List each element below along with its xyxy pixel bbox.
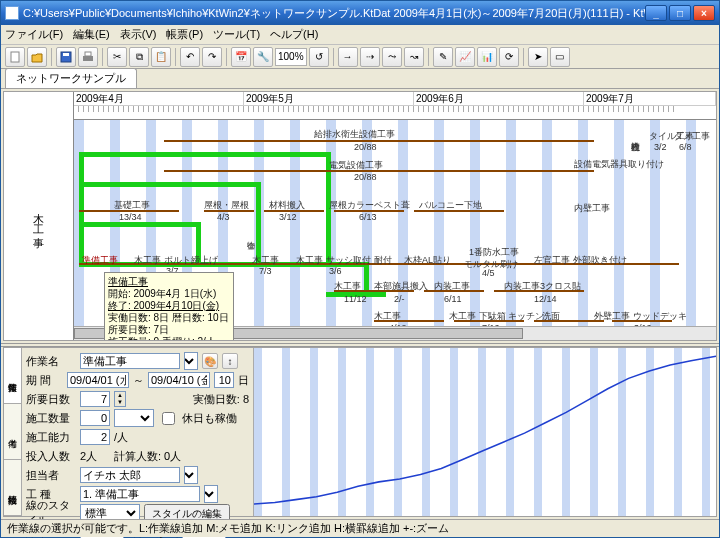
required-input[interactable] (80, 391, 110, 407)
svg-rect-0 (11, 52, 19, 62)
quantity-label: 施工数量 (26, 411, 76, 426)
zoom-reset-button[interactable]: ↺ (309, 47, 329, 67)
assignee-dropdown[interactable] (184, 466, 198, 484)
properties-panel: 作業名 🎨 ↕ 期 間 ～ 日 所要日数 ▲▼ (22, 348, 254, 516)
required-label: 所要日数 (26, 392, 76, 407)
minimize-button[interactable]: _ (645, 5, 667, 21)
open-button[interactable] (27, 47, 47, 67)
menu-file[interactable]: ファイル(F) (5, 27, 63, 42)
expand-icon[interactable]: ↕ (222, 353, 238, 369)
period-from-input[interactable] (67, 372, 129, 388)
menu-tool[interactable]: ツール(T) (213, 27, 260, 42)
calc-count-label: 計算人数: 0人 (114, 449, 181, 464)
cut-button[interactable]: ✂ (107, 47, 127, 67)
network-chart[interactable]: 木 工 事 2009年4月 2009年5月 2009年6月 2009年7月 (3, 91, 717, 341)
statusbar: 作業線の選択が可能です。L:作業線追加 M:メモ追加 K:リンク追加 H:横罫線… (1, 519, 719, 537)
actual-days-label: 実働日数: 8 (193, 392, 249, 407)
tab-connection[interactable]: 接続情報 (4, 460, 21, 516)
holiday-checkbox[interactable] (162, 412, 175, 425)
assignee-input[interactable] (80, 467, 180, 483)
row-header: 木 工 事 (4, 92, 74, 340)
period-to-input[interactable] (148, 372, 210, 388)
holiday-label: 休日も稼働 (182, 411, 237, 426)
input-count-label: 投入人数 (26, 449, 76, 464)
tab-memo[interactable]: 備考 (4, 404, 21, 460)
period-label: 期 間 (26, 373, 63, 388)
name-input[interactable] (80, 353, 180, 369)
worktype-input[interactable] (80, 486, 200, 502)
quantity-input[interactable] (80, 410, 110, 426)
save-button[interactable] (56, 47, 76, 67)
menubar: ファイル(F) 編集(E) 表示(V) 帳票(P) ツール(T) ヘルプ(H) (1, 25, 719, 45)
arrow1-button[interactable]: → (338, 47, 358, 67)
menu-book[interactable]: 帳票(P) (166, 27, 203, 42)
chart-grid: 給排水衛生設備工事 20/88 電気設備工事 20/88 基礎工事 13/34 … (74, 120, 716, 340)
menu-view[interactable]: 表示(V) (120, 27, 157, 42)
copy-button[interactable]: ⧉ (129, 47, 149, 67)
tool-button[interactable]: 🔧 (253, 47, 273, 67)
quantity-unit-dropdown[interactable] (114, 409, 154, 427)
required-spinner[interactable]: ▲▼ (114, 391, 126, 407)
zoom-field[interactable]: 100% (275, 48, 307, 66)
progress-chart[interactable] (254, 348, 716, 516)
paste-button[interactable]: 📋 (151, 47, 171, 67)
chart2-icon[interactable]: 📊 (477, 47, 497, 67)
worktype-dropdown[interactable] (204, 485, 218, 503)
toolbar: ✂ ⧉ 📋 ↶ ↷ 📅 🔧 100% ↺ → ⇢ ⤳ ↝ ✎ 📈 📊 ⟳ ➤ ▭ (1, 45, 719, 69)
svg-rect-2 (63, 53, 69, 56)
chart-icon[interactable]: 📈 (455, 47, 475, 67)
menu-edit[interactable]: 編集(E) (73, 27, 110, 42)
calendar-button[interactable]: 📅 (231, 47, 251, 67)
print-button[interactable] (78, 47, 98, 67)
name-dropdown[interactable] (184, 352, 198, 370)
svg-rect-3 (83, 56, 93, 61)
window-title: C:¥Users¥Public¥Documents¥Ichiho¥KtWin2¥… (23, 6, 645, 21)
maximize-button[interactable]: □ (669, 5, 691, 21)
titlebar: C:¥Users¥Public¥Documents¥Ichiho¥KtWin2¥… (1, 1, 719, 25)
new-button[interactable] (5, 47, 25, 67)
pointer-button[interactable]: ➤ (528, 47, 548, 67)
period-days-input[interactable] (214, 372, 234, 388)
refresh-button[interactable]: ⟳ (499, 47, 519, 67)
timeline-header: 2009年4月 2009年5月 2009年6月 2009年7月 (74, 92, 716, 120)
arrow3-button[interactable]: ⤳ (382, 47, 402, 67)
assignee-label: 担当者 (26, 468, 76, 483)
property-tabs: 作業情報 備考 接続情報 (4, 348, 22, 516)
svg-rect-4 (85, 52, 91, 56)
tabbar: ネットワークサンプル (1, 69, 719, 89)
tab-task-info[interactable]: 作業情報 (4, 348, 21, 404)
arrow2-button[interactable]: ⇢ (360, 47, 380, 67)
color-icon[interactable]: 🎨 (202, 353, 218, 369)
arrow4-button[interactable]: ↝ (404, 47, 424, 67)
task-tooltip: 準備工事 開始: 2009年4月 1日(水) 終了: 2009年4月10日(金)… (104, 272, 234, 341)
pencil-button[interactable]: ✎ (433, 47, 453, 67)
redo-button[interactable]: ↷ (202, 47, 222, 67)
efficiency-input[interactable] (80, 429, 110, 445)
efficiency-label: 施工能力 (26, 430, 76, 445)
name-label: 作業名 (26, 354, 76, 369)
close-button[interactable]: × (693, 5, 715, 21)
menu-help[interactable]: ヘルプ(H) (270, 27, 318, 42)
document-tab[interactable]: ネットワークサンプル (5, 68, 137, 88)
undo-button[interactable]: ↶ (180, 47, 200, 67)
main-window: C:¥Users¥Public¥Documents¥Ichiho¥KtWin2¥… (0, 0, 720, 538)
app-icon (5, 6, 19, 20)
select-button[interactable]: ▭ (550, 47, 570, 67)
